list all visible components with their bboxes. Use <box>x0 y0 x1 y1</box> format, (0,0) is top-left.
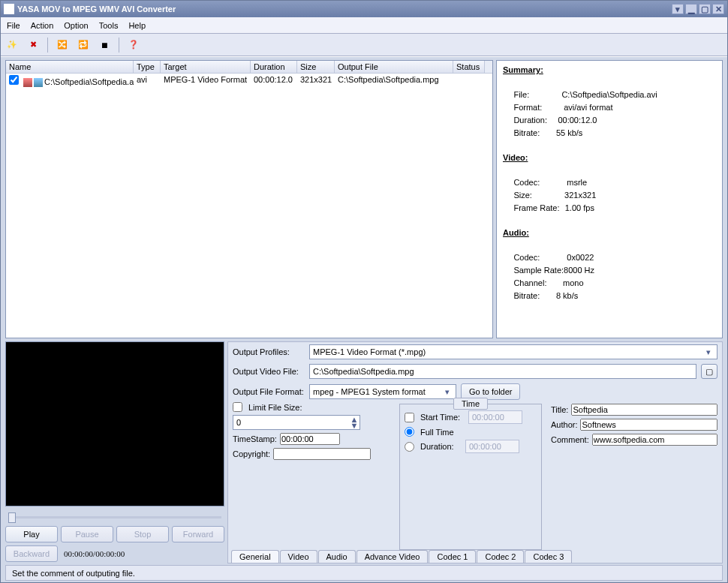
status-text: Set the comment of outputing file. <box>12 569 135 578</box>
file-list: Name Type Target Duration Size Output Fi… <box>5 60 493 338</box>
toolbar: ✨ ✖ 🔀 🔁 ⏹ ❓ <box>1 34 727 56</box>
menu-help[interactable]: Help <box>128 21 146 30</box>
chevron-down-icon: ▾ <box>703 347 714 357</box>
statusbar: Set the comment of outputing file. <box>5 565 723 581</box>
row-checkbox[interactable] <box>9 75 19 85</box>
menubar: File Action Option Tools Help <box>1 17 727 34</box>
output-file-label: Output Video File: <box>233 367 305 376</box>
stop-button[interactable]: Stop <box>116 526 169 542</box>
full-time-radio[interactable] <box>405 427 414 437</box>
output-file-input[interactable] <box>309 364 696 379</box>
timestamp-input[interactable] <box>280 433 340 445</box>
time-legend: Time <box>453 398 488 410</box>
add-icon[interactable]: ✨ <box>5 38 19 52</box>
col-name[interactable]: Name <box>6 61 134 73</box>
title-input[interactable] <box>571 404 717 416</box>
col-status[interactable]: Status <box>453 61 485 73</box>
minimize-button[interactable]: ▁ <box>685 4 697 14</box>
start-time-checkbox[interactable] <box>405 413 414 422</box>
col-duration[interactable]: Duration <box>251 61 297 73</box>
summary-panel: Summary: File: C:\Softpedia\Softpedia.av… <box>496 60 723 338</box>
duration-radio[interactable] <box>405 442 414 452</box>
comment-input[interactable] <box>592 434 717 446</box>
window-title: YASA MOV to MPEG WMV AVI Converter <box>17 5 176 14</box>
play-button[interactable]: Play <box>5 526 58 542</box>
copyright-input[interactable] <box>273 448 371 460</box>
tab-codec3[interactable]: Codec 3 <box>525 550 572 563</box>
convert-all-icon[interactable]: 🔁 <box>77 38 90 52</box>
tab-video[interactable]: Video <box>280 550 317 563</box>
file-icon <box>34 78 43 87</box>
col-size[interactable]: Size <box>297 61 335 73</box>
time-group: Time Start Time: Full Time Duration: <box>399 404 542 550</box>
app-icon <box>4 4 14 14</box>
forward-button[interactable]: Forward <box>172 526 224 542</box>
menu-action[interactable]: Action <box>31 21 54 30</box>
limit-size-checkbox[interactable] <box>233 402 242 412</box>
video-preview <box>5 341 224 506</box>
browse-button[interactable]: ▢ <box>701 364 717 379</box>
menu-tools[interactable]: Tools <box>99 21 119 30</box>
col-output[interactable]: Output File <box>335 61 453 73</box>
tab-audio[interactable]: Audio <box>318 550 356 563</box>
stop-convert-icon[interactable]: ⏹ <box>98 38 111 52</box>
output-format-label: Output File Format: <box>233 387 305 396</box>
convert-icon[interactable]: 🔀 <box>56 38 69 52</box>
author-input[interactable] <box>580 419 717 431</box>
start-time-input[interactable] <box>468 410 522 424</box>
col-target[interactable]: Target <box>161 61 251 73</box>
tab-advance-video[interactable]: Advance Video <box>356 550 429 563</box>
remove-icon[interactable]: ✖ <box>26 38 40 52</box>
help-icon[interactable]: ❓ <box>127 38 140 52</box>
backward-button[interactable]: Backward <box>5 545 58 562</box>
file-icon <box>23 78 32 87</box>
tab-codec1[interactable]: Codec 1 <box>429 550 476 563</box>
table-row[interactable]: C:\Softpedia\Softpedia.avi avi MPEG-1 Vi… <box>6 74 492 89</box>
chevron-down-icon: ▾ <box>442 387 453 397</box>
tab-codec2[interactable]: Codec 2 <box>477 550 524 563</box>
settings-panel: Output Profiles: MPEG-1 Video Format (*.… <box>227 341 723 563</box>
menu-option[interactable]: Option <box>64 21 88 30</box>
duration-input[interactable] <box>465 440 519 453</box>
pause-button[interactable]: Pause <box>61 526 113 542</box>
settings-tabs: Generial Video Audio Advance Video Codec… <box>228 550 722 563</box>
output-format-combo[interactable]: mpeg - MPEG1 System format▾ <box>309 384 456 399</box>
time-display: 00:00:00/00:00:00 <box>64 549 125 558</box>
limit-size-spinner[interactable]: ▲▼ <box>233 415 360 430</box>
seek-slider[interactable] <box>5 509 224 524</box>
menu-file[interactable]: File <box>7 21 20 30</box>
output-profiles-combo[interactable]: MPEG-1 Video Format (*.mpg)▾ <box>309 344 717 359</box>
maximize-button[interactable]: ▢ <box>699 4 711 14</box>
titlebar: YASA MOV to MPEG WMV AVI Converter ▾ ▁ ▢… <box>1 1 727 17</box>
tab-general[interactable]: Generial <box>231 550 279 563</box>
col-type[interactable]: Type <box>134 61 161 73</box>
output-profiles-label: Output Profiles: <box>233 347 305 356</box>
preview-panel: Play Pause Stop Forward Backward 00:00:0… <box>5 341 224 563</box>
close-button[interactable]: ✕ <box>712 4 724 14</box>
roll-up-button[interactable]: ▾ <box>672 4 684 14</box>
